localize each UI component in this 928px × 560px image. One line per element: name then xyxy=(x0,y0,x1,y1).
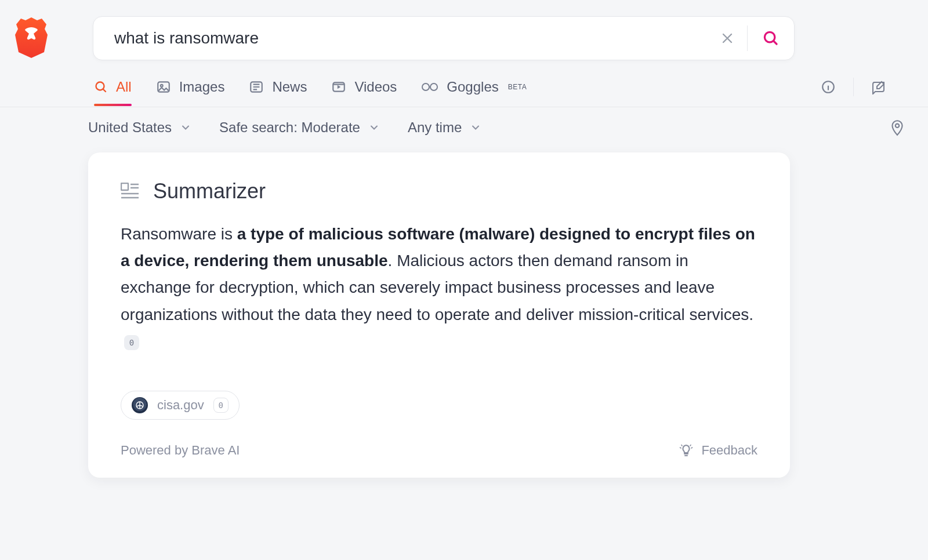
tab-goggles[interactable]: GogglesBETA xyxy=(421,79,527,106)
safesearch-dropdown[interactable]: Safe search: Moderate xyxy=(219,119,380,136)
source-ref-badge: 0 xyxy=(213,398,229,413)
summarizer-card: Summarizer Ransomware is a type of malic… xyxy=(88,152,790,478)
powered-by-text: Powered by Brave AI xyxy=(121,443,240,458)
search-icon xyxy=(94,80,108,94)
image-icon xyxy=(156,79,171,94)
tab-label: Videos xyxy=(354,79,397,95)
tab-label: Images xyxy=(179,79,225,95)
svg-point-6 xyxy=(422,83,429,90)
divider xyxy=(747,26,748,51)
brave-logo[interactable] xyxy=(13,16,50,59)
feedback-label: Feedback xyxy=(701,443,757,458)
clear-icon[interactable] xyxy=(715,26,740,51)
beta-badge: BETA xyxy=(508,83,527,91)
summary-prefix: Ransomware is xyxy=(121,225,237,243)
time-dropdown[interactable]: Any time xyxy=(408,119,481,136)
dropdown-label: United States xyxy=(88,119,172,136)
chevron-down-icon xyxy=(470,122,481,133)
source-favicon xyxy=(132,397,148,413)
card-title: Summarizer xyxy=(153,179,266,203)
tab-news[interactable]: News xyxy=(249,79,307,106)
svg-rect-10 xyxy=(121,183,128,190)
feedback-button[interactable]: Feedback xyxy=(679,443,757,458)
tab-label: All xyxy=(116,79,132,95)
location-icon[interactable] xyxy=(890,119,905,136)
info-icon[interactable] xyxy=(821,79,836,94)
tab-all[interactable]: All xyxy=(94,79,132,106)
dropdown-label: Safe search: Moderate xyxy=(219,119,360,136)
region-dropdown[interactable]: United States xyxy=(88,119,191,136)
chevron-down-icon xyxy=(368,122,380,133)
search-bar xyxy=(93,16,795,60)
svg-point-9 xyxy=(896,124,899,128)
source-domain: cisa.gov xyxy=(157,398,204,413)
source-pill[interactable]: cisa.gov 0 xyxy=(121,391,240,420)
svg-point-7 xyxy=(430,83,437,90)
tabs: All Images News Videos GogglesBETA xyxy=(94,78,911,107)
summary-text: Ransomware is a type of malicious softwa… xyxy=(121,221,757,355)
svg-point-3 xyxy=(160,85,162,87)
chevron-down-icon xyxy=(180,122,191,133)
tab-label: News xyxy=(272,79,307,95)
tab-images[interactable]: Images xyxy=(156,79,225,106)
video-icon xyxy=(331,79,346,94)
compose-icon[interactable] xyxy=(871,79,887,94)
search-input[interactable] xyxy=(113,28,715,48)
goggles-icon xyxy=(421,81,438,93)
dropdown-label: Any time xyxy=(408,119,462,136)
search-icon[interactable] xyxy=(758,26,784,51)
filter-bar: United States Safe search: Moderate Any … xyxy=(88,107,928,148)
lightbulb-icon xyxy=(679,443,693,457)
tab-label: Goggles xyxy=(447,79,498,95)
summarizer-icon xyxy=(121,183,139,200)
citation-badge[interactable]: 0 xyxy=(124,335,139,350)
news-icon xyxy=(249,79,264,94)
divider xyxy=(853,78,854,96)
tab-videos[interactable]: Videos xyxy=(331,79,397,106)
